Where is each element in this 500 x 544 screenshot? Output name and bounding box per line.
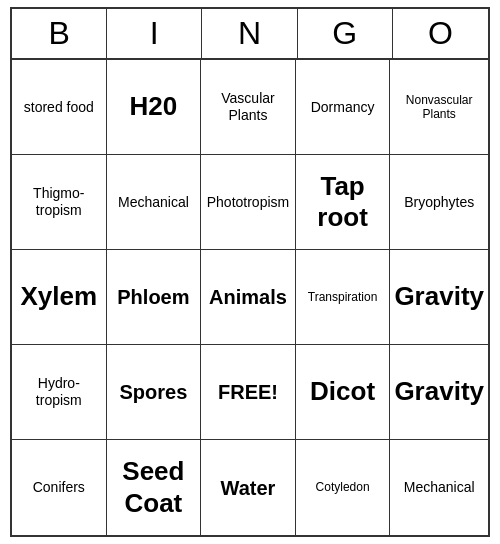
bingo-cell: Thigmo-tropism [12,155,107,250]
bingo-cell: Hydro-tropism [12,345,107,440]
bingo-header: BINGO [12,9,488,60]
bingo-cell: Gravity [390,250,488,345]
bingo-cell: Mechanical [390,440,488,535]
header-letter: N [202,9,297,58]
bingo-cell: H20 [107,60,202,155]
bingo-cell: Transpiration [296,250,391,345]
header-letter: I [107,9,202,58]
bingo-cell: FREE! [201,345,296,440]
bingo-cell: stored food [12,60,107,155]
bingo-cell: Bryophytes [390,155,488,250]
bingo-cell: Tap root [296,155,391,250]
bingo-cell: Water [201,440,296,535]
bingo-cell: Xylem [12,250,107,345]
bingo-cell: Spores [107,345,202,440]
bingo-cell: Nonvascular Plants [390,60,488,155]
header-letter: B [12,9,107,58]
bingo-cell: Animals [201,250,296,345]
bingo-cell: Dormancy [296,60,391,155]
header-letter: G [298,9,393,58]
bingo-cell: Mechanical [107,155,202,250]
bingo-cell: Gravity [390,345,488,440]
bingo-cell: Phloem [107,250,202,345]
bingo-cell: Conifers [12,440,107,535]
bingo-cell: Seed Coat [107,440,202,535]
bingo-cell: Cotyledon [296,440,391,535]
bingo-grid: stored foodH20Vascular PlantsDormancyNon… [12,60,488,535]
bingo-cell: Phototropism [201,155,296,250]
bingo-card: BINGO stored foodH20Vascular PlantsDorma… [10,7,490,537]
header-letter: O [393,9,488,58]
bingo-cell: Dicot [296,345,391,440]
bingo-cell: Vascular Plants [201,60,296,155]
